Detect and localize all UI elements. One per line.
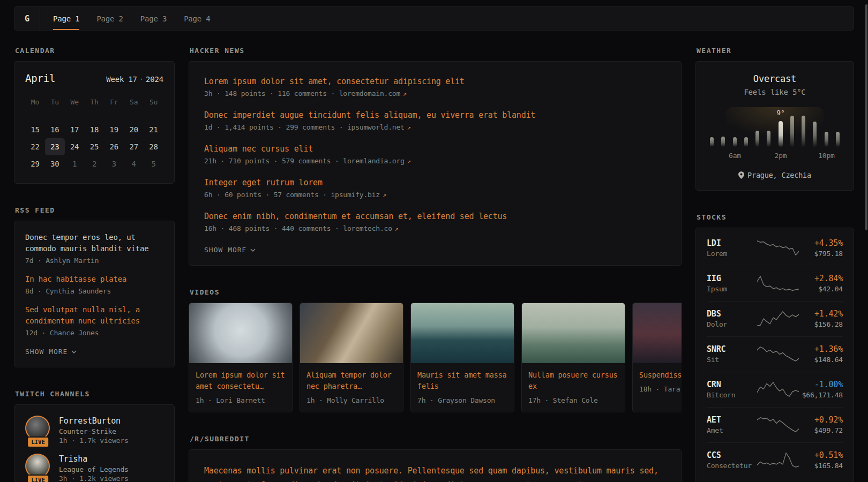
stock-sparkline: [757, 239, 799, 257]
stock-row[interactable]: SNRC Sit +1.36% $148.64: [707, 336, 843, 372]
stock-price: $156.28: [800, 320, 843, 328]
video-title: Lorem ipsum dolor sit amet consectetu…: [196, 370, 286, 392]
page-tabs: Page 1 Page 2 Page 3 Page 4: [40, 7, 211, 30]
subreddit-widget: /R/SUBREDDIT Maecenas mollis pulvinar er…: [189, 435, 682, 482]
calendar-weekday-label: Th: [85, 94, 104, 111]
calendar-day: 27: [124, 138, 144, 155]
hn-item: Lorem ipsum dolor sit amet, consectetur …: [204, 76, 666, 97]
rss-item-title[interactable]: Donec tempor eros leo, ut commodo mauris…: [25, 232, 163, 254]
rss-item: Donec tempor eros leo, ut commodo mauris…: [25, 232, 163, 265]
stock-row[interactable]: CCS Consectetur +0.51% $165.84: [707, 442, 843, 478]
stock-symbol: IIG: [707, 274, 756, 283]
stock-price: $66,171.48: [800, 391, 843, 399]
avatar: LIVE: [25, 416, 51, 445]
stock-name: Sit: [707, 356, 756, 364]
weather-time-labels: 6am2pm10pm: [710, 152, 840, 161]
stock-sparkline: [757, 381, 799, 398]
calendar-day: 26: [104, 138, 124, 155]
hn-show-more-button[interactable]: SHOW MORE: [204, 246, 256, 254]
hn-item-meta: 3h · 148 points · 116 comments · loremdo…: [204, 89, 666, 97]
stock-price: $148.64: [800, 356, 843, 364]
tab-page-4[interactable]: Page 4: [184, 7, 210, 30]
video-title: Suspendisse diam: [639, 370, 682, 381]
stock-sparkline: [757, 275, 799, 292]
hn-item-meta-text: 6h · 60 points · 57 comments · ipsumify.…: [204, 191, 380, 199]
weather-card: Overcast Feels like 5°C 9° 6am2pm10pm Pr…: [695, 61, 854, 191]
rss-item-title[interactable]: Sed volutpat nulla nisl, a condimentum n…: [25, 304, 163, 327]
stock-price: $499.72: [800, 426, 843, 434]
calendar-month: April: [25, 72, 55, 84]
stock-sparkline: [757, 451, 799, 469]
video-thumbnail: [411, 303, 514, 363]
show-more-label: SHOW MORE: [204, 246, 246, 254]
calendar-week-label: Week 17: [106, 75, 137, 84]
stock-sparkline: [757, 345, 799, 363]
subreddit-card: Maecenas mollis pulvinar erat non posuer…: [189, 449, 682, 482]
video-card[interactable]: Suspendisse diam 18h · Tara Bradley: [632, 303, 682, 412]
page-scrollbar[interactable]: [865, 4, 867, 230]
reddit-post-title[interactable]: Maecenas mollis pulvinar erat non posuer…: [204, 464, 666, 482]
channel-viewers: 1h · 1.7k viewers: [59, 436, 129, 445]
video-card[interactable]: Aliquam tempor dolor nec pharetra… 1h · …: [300, 303, 403, 412]
video-meta: 18h · Tara Bradley: [639, 385, 682, 393]
calendar-day: 5: [144, 155, 163, 172]
weather-section-title: WEATHER: [697, 47, 854, 55]
app-logo[interactable]: G: [14, 7, 40, 30]
calendar-day: 1: [65, 155, 85, 172]
tab-page-2[interactable]: Page 2: [96, 7, 123, 30]
calendar-day: 17: [65, 121, 85, 138]
chevron-down-icon: [71, 350, 77, 353]
hn-item-title[interactable]: Integer eget rutrum lorem: [204, 177, 666, 189]
stock-row[interactable]: IIG Ipsum +2.84% $42.04: [707, 266, 843, 301]
stock-row[interactable]: LDI Lorem +4.35% $795.18: [707, 231, 843, 266]
hn-item-meta-text: 1d · 1,414 points · 299 comments · ipsum…: [204, 123, 405, 131]
rss-show-more-button[interactable]: SHOW MORE: [25, 348, 77, 356]
chevron-down-icon: [250, 248, 256, 252]
weather-time-label: 2pm: [775, 152, 787, 160]
rss-item-meta: 12d · Chance Jones: [25, 329, 163, 337]
stocks-widget: STOCKS LDI Lorem +4.35% $795.18 IIG: [695, 213, 854, 482]
rss-widget: RSS FEED Donec tempor eros leo, ut commo…: [14, 206, 175, 367]
hn-item-title[interactable]: Donec enim nibh, condimentum et accumsan…: [204, 210, 666, 222]
calendar-weekday-label: Tu: [45, 94, 65, 111]
rss-item: Sed volutpat nulla nisl, a condimentum n…: [25, 304, 163, 337]
stock-symbol: AET: [707, 415, 756, 425]
hn-item-title[interactable]: Lorem ipsum dolor sit amet, consectetur …: [204, 76, 666, 87]
hn-item: Donec imperdiet augue tincidunt felis al…: [204, 109, 666, 131]
twitch-channel-row[interactable]: LIVE ForrestBurton Counter-Strike 1h · 1…: [25, 416, 163, 445]
hn-item-title[interactable]: Aliquam nec cursus elit: [204, 143, 666, 155]
video-card[interactable]: Mauris sit amet massa felis 7h · Grayson…: [410, 303, 514, 412]
calendar-day: 25: [85, 138, 104, 155]
stock-change: +2.84%: [800, 274, 843, 283]
video-card[interactable]: Nullam posuere cursus ex 17h · Stefan Co…: [521, 303, 625, 412]
stock-row[interactable]: DBS Dolor +1.42% $156.28: [707, 301, 843, 336]
stock-row[interactable]: AHS +0.46%: [707, 478, 843, 482]
channel-game: Counter-Strike: [59, 427, 129, 435]
twitch-section-title: TWITCH CHANNELS: [15, 390, 175, 398]
video-meta: 17h · Stefan Cole: [528, 396, 618, 404]
calendar-day: 20: [124, 121, 144, 138]
stock-row[interactable]: CRN Bitcorn -1.00% $66,171.48: [707, 372, 843, 407]
external-link-icon: ↗: [383, 191, 386, 199]
video-card[interactable]: Lorem ipsum dolor sit amet consectetu… 1…: [189, 303, 293, 412]
weather-current-temp: 9°: [776, 109, 784, 117]
rss-item-title[interactable]: In hac habitasse platea: [25, 274, 163, 285]
twitch-channel-row[interactable]: LIVE Trisha League of Legends 3h · 1.2k …: [25, 454, 163, 482]
tab-page-1[interactable]: Page 1: [53, 7, 79, 30]
tab-page-3[interactable]: Page 3: [140, 7, 167, 30]
calendar-day-selected: 23: [45, 138, 65, 155]
hn-item-title[interactable]: Donec imperdiet augue tincidunt felis al…: [204, 109, 666, 121]
weather-bar: [710, 137, 714, 147]
top-nav: G Page 1 Page 2 Page 3 Page 4: [14, 6, 854, 31]
stock-row[interactable]: AET Amet +0.92% $499.72: [707, 407, 843, 442]
calendar-day: 30: [45, 155, 65, 172]
rss-item: In hac habitasse platea 8d · Cynthia Sau…: [25, 274, 163, 295]
video-meta: 1h · Lori Barnett: [196, 396, 286, 404]
weather-location-text: Prague, Czechia: [747, 171, 811, 179]
weather-hourly-chart: 9°: [710, 116, 840, 147]
hn-item: Integer eget rutrum lorem 6h · 60 points…: [204, 177, 666, 199]
calendar-day: 3: [104, 155, 124, 172]
hackernews-widget: HACKER NEWS Lorem ipsum dolor sit amet, …: [189, 47, 682, 266]
hn-item: Aliquam nec cursus elit 21h · 710 points…: [204, 143, 666, 165]
calendar-day: 19: [104, 121, 124, 138]
